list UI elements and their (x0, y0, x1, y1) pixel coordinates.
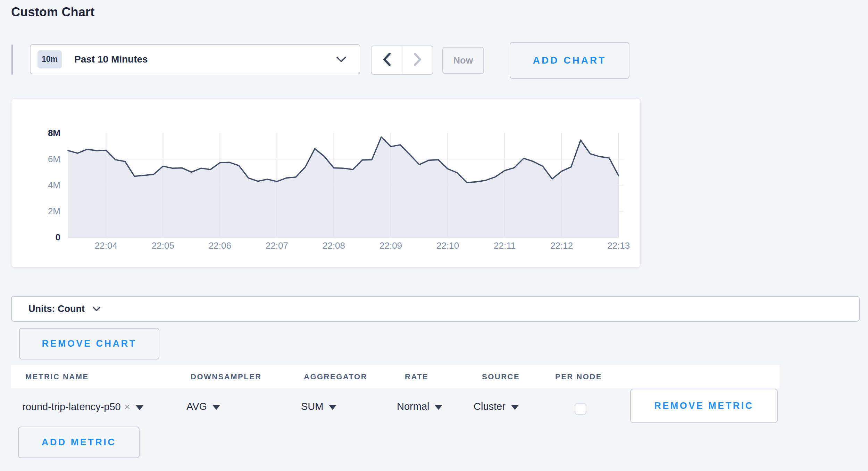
caret-down-icon (212, 405, 220, 410)
chevron-right-icon (414, 52, 422, 68)
column-header-downsampler: DOWNSAMPLER (191, 372, 262, 381)
caret-down-icon (435, 405, 442, 410)
y-axis-tick-label: 2M (48, 206, 60, 216)
source-value: Cluster (474, 401, 506, 412)
metric-row: round-trip-latency-p50 × AVG SUM Normal … (11, 388, 865, 427)
time-forward-button[interactable] (402, 46, 433, 74)
chevron-down-icon (92, 306, 101, 312)
metric-name-value: round-trip-latency-p50 (22, 401, 121, 413)
x-axis-tick-label: 22:09 (379, 240, 402, 251)
x-axis-tick-label: 22:10 (436, 240, 459, 251)
y-axis-tick-label: 0 (56, 232, 60, 242)
aggregator-value: SUM (301, 401, 323, 412)
column-header-per-node: PER NODE (555, 372, 602, 381)
downsampler-select[interactable]: AVG (186, 401, 220, 412)
units-dropdown[interactable]: Units: Count (11, 296, 860, 322)
chart-card: 22:0422:0522:0622:0722:0822:0922:1022:11… (11, 98, 641, 267)
rate-value: Normal (397, 401, 429, 412)
caret-down-icon (136, 405, 143, 410)
downsampler-value: AVG (186, 401, 207, 412)
time-range-dropdown[interactable]: 10m Past 10 Minutes (30, 44, 360, 74)
chart-area-fill (68, 137, 619, 237)
x-axis-tick-label: 22:12 (550, 240, 573, 251)
y-axis-tick-label: 4M (48, 180, 60, 190)
caret-down-icon (329, 405, 336, 410)
column-header-source: SOURCE (482, 372, 520, 381)
time-range-badge: 10m (37, 50, 62, 68)
rate-select[interactable]: Normal (397, 401, 442, 412)
chevron-down-icon (336, 56, 347, 63)
x-axis-tick-label: 22:05 (152, 240, 174, 251)
source-select[interactable]: Cluster (474, 401, 519, 412)
units-label: Units: Count (28, 304, 85, 314)
time-shift-button-group (371, 46, 433, 75)
column-header-rate: RATE (405, 372, 428, 381)
now-button[interactable]: Now (442, 47, 484, 74)
column-header-aggregator: AGGREGATOR (304, 372, 367, 381)
metrics-table-header: METRIC NAME DOWNSAMPLER AGGREGATOR RATE … (11, 365, 779, 388)
y-axis-tick-label: 6M (48, 154, 60, 164)
aggregator-select[interactable]: SUM (301, 401, 336, 412)
remove-chart-button[interactable]: REMOVE CHART (19, 328, 159, 360)
x-axis-tick-label: 22:07 (266, 240, 288, 251)
x-axis-tick-label: 22:13 (607, 240, 630, 251)
x-axis-tick-label: 22:11 (494, 240, 516, 251)
remove-metric-button[interactable]: REMOVE METRIC (630, 389, 778, 423)
column-header-metric-name: METRIC NAME (25, 372, 89, 381)
time-range-label: Past 10 Minutes (74, 54, 148, 65)
x-axis-tick-label: 22:06 (209, 240, 231, 251)
metric-name-select[interactable]: round-trip-latency-p50 × (22, 401, 143, 413)
per-node-checkbox[interactable] (575, 403, 586, 415)
time-back-button[interactable] (372, 46, 402, 74)
add-chart-button[interactable]: ADD CHART (510, 42, 629, 79)
x-axis-tick-label: 22:04 (95, 240, 117, 251)
page-title: Custom Chart (11, 5, 94, 19)
add-metric-button[interactable]: ADD METRIC (18, 427, 140, 458)
chevron-left-icon (383, 52, 391, 68)
toolbar-accent-bar (11, 44, 13, 75)
caret-down-icon (511, 405, 519, 410)
y-axis-tick-label: 8M (48, 128, 60, 138)
close-icon[interactable]: × (124, 401, 131, 413)
custom-chart-svg[interactable]: 22:0422:0522:0622:0722:0822:0922:1022:11… (11, 99, 641, 268)
x-axis-tick-label: 22:08 (323, 240, 345, 251)
